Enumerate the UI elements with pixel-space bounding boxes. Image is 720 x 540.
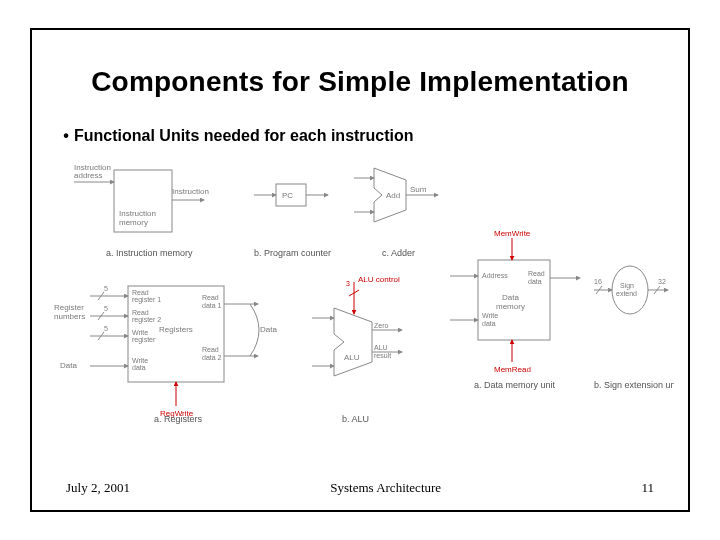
caption-g: b. Sign extension unit: [594, 380, 674, 390]
caption-c: c. Adder: [382, 248, 415, 258]
footer-date: July 2, 2001: [66, 480, 130, 496]
mem-wdb: data: [482, 320, 496, 327]
bus5-1: 5: [104, 285, 108, 292]
fig-data-memory: MemWrite Address Write data Read data Da…: [450, 229, 580, 390]
port-wrb: register: [132, 336, 156, 344]
caption-b: b. Program counter: [254, 248, 331, 258]
footer-course: Systems Architecture: [330, 480, 441, 496]
bus3: 3: [346, 280, 350, 287]
label-add: Add: [386, 191, 400, 200]
port-r1b: register 1: [132, 296, 161, 304]
out-d2a: Read: [202, 346, 219, 353]
out-d1a: Read: [202, 294, 219, 301]
mem-addr: Address: [482, 272, 508, 279]
sx-16: 16: [594, 278, 602, 285]
footer: July 2, 2001 Systems Architecture 11: [32, 480, 688, 496]
port-r1a: Read: [132, 289, 149, 296]
bullet-text: Functional Units needed for each instruc…: [74, 126, 414, 146]
memwrite: MemWrite: [494, 229, 531, 238]
caption-e: b. ALU: [342, 414, 369, 424]
label-instr-addr-2: address: [74, 171, 102, 180]
mem-rdb: data: [528, 278, 542, 285]
label-pc: PC: [282, 191, 293, 200]
regnum-2: numbers: [54, 312, 85, 321]
label-alu: ALU: [344, 353, 360, 362]
sx-lab1: Sign: [620, 282, 634, 290]
port-wda: Write: [132, 357, 148, 364]
diagram-area: Instruction address Instruction Instruct…: [54, 160, 674, 424]
fig-alu: 3 ALU control Zero ALU result ALU b. ALU: [312, 275, 402, 424]
fig-program-counter: PC b. Program counter: [254, 184, 331, 258]
alu-ctrl: ALU control: [358, 275, 400, 284]
port-wra: Write: [132, 329, 148, 336]
memread: MemRead: [494, 365, 531, 374]
sx-lab2: extend: [616, 290, 637, 297]
slide-frame: Components for Simple Implementation • F…: [30, 28, 690, 512]
box-instr-mem-2: memory: [119, 218, 148, 227]
regdata: Data: [60, 361, 77, 370]
mem-rda: Read: [528, 270, 545, 277]
bullet-item: • Functional Units needed for each instr…: [58, 126, 688, 146]
diagram-svg: Instruction address Instruction Instruct…: [54, 160, 674, 424]
caption-f: a. Data memory unit: [474, 380, 556, 390]
fig-sign-extend: 16 32 Sign extend b. Sign extension unit: [594, 266, 674, 390]
box-registers: Registers: [159, 325, 193, 334]
mem-mid2: memory: [496, 302, 525, 311]
mem-mid1: Data: [502, 293, 519, 302]
bus5-3: 5: [104, 325, 108, 332]
port-r2b: register 2: [132, 316, 161, 324]
caption-a: a. Instruction memory: [106, 248, 193, 258]
port-r2a: Read: [132, 309, 149, 316]
alu-zero: Zero: [374, 322, 389, 329]
label-instr-out: Instruction: [172, 187, 209, 196]
bus5-2: 5: [104, 305, 108, 312]
fig-instruction-memory: Instruction address Instruction Instruct…: [74, 163, 209, 258]
alu-res2: result: [374, 352, 391, 359]
footer-page: 11: [641, 480, 654, 496]
out-d1b: data 1: [202, 302, 222, 309]
mem-wda: Write: [482, 312, 498, 319]
alu-res1: ALU: [374, 344, 388, 351]
fig-adder: Add Sum c. Adder: [354, 168, 438, 258]
bullet-dot: •: [58, 126, 74, 146]
port-wdb: data: [132, 364, 146, 371]
right-data: Data: [260, 325, 277, 334]
regnum-1: Register: [54, 303, 84, 312]
out-d2b: data 2: [202, 354, 222, 361]
sx-32: 32: [658, 278, 666, 285]
label-sum: Sum: [410, 185, 427, 194]
slide-title: Components for Simple Implementation: [32, 66, 688, 98]
caption-d: a. Registers: [154, 414, 203, 424]
box-instr-mem-1: Instruction: [119, 209, 156, 218]
fig-registers: 5 5 5 Register numbers Data Read registe…: [54, 285, 277, 424]
